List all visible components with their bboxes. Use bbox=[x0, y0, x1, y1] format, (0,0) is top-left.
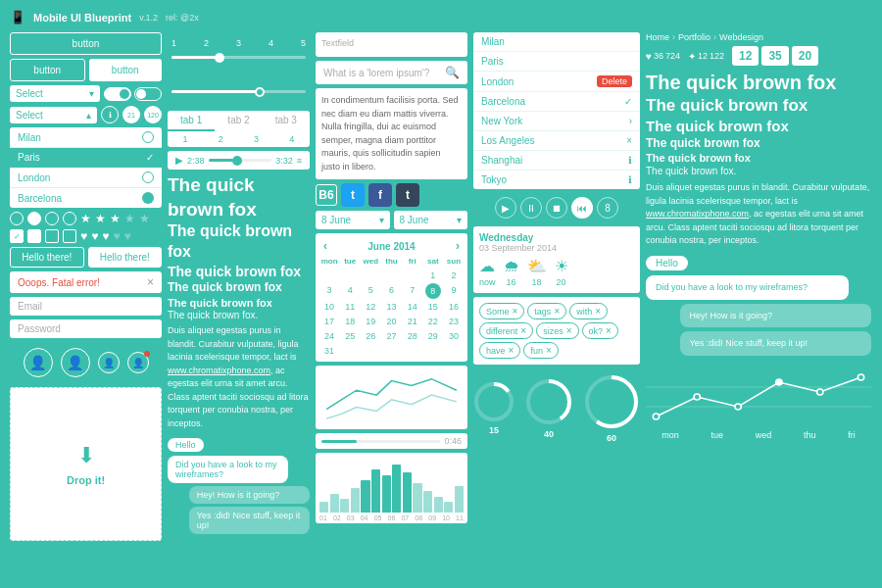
cal-day-22[interactable]: 22 bbox=[423, 315, 443, 328]
breadcrumb-home[interactable]: Home bbox=[646, 32, 669, 42]
cal-day-14[interactable]: 14 bbox=[403, 300, 422, 314]
list-item-barcelona[interactable]: Barcelona bbox=[10, 188, 162, 208]
slider-track-2[interactable] bbox=[172, 90, 306, 93]
heart-3[interactable]: ♥ bbox=[102, 229, 109, 243]
cal-day-17[interactable]: 17 bbox=[319, 315, 339, 328]
breadcrumb-portfolio[interactable]: Portfolio bbox=[678, 32, 710, 42]
info-tokyo[interactable]: ℹ bbox=[628, 174, 632, 185]
delete-btn-london[interactable]: Delete bbox=[597, 75, 632, 87]
cal-next[interactable]: › bbox=[456, 239, 460, 253]
search-field[interactable]: What is a 'lorem ipsum'? 🔍 bbox=[316, 61, 467, 84]
list2-barcelona[interactable]: Barcelona ✓ bbox=[473, 92, 640, 112]
cal-day-30[interactable]: 30 bbox=[444, 329, 464, 343]
tab-1[interactable]: tab 1 bbox=[168, 111, 215, 131]
radio-4[interactable] bbox=[63, 212, 76, 225]
paragraph-link[interactable]: www.chromatixphone.com bbox=[168, 366, 270, 375]
chevron-newyork[interactable]: › bbox=[629, 116, 632, 126]
ctrl-play[interactable]: ▶ bbox=[495, 197, 516, 219]
tag-x-sizes[interactable]: × bbox=[566, 325, 572, 336]
password-field[interactable]: Password bbox=[10, 319, 162, 338]
cal-day-16[interactable]: 16 bbox=[444, 300, 464, 314]
tag-x-ok[interactable]: × bbox=[606, 325, 612, 336]
list2-london[interactable]: London Delete bbox=[473, 72, 640, 92]
cal-day-7[interactable]: 7 bbox=[403, 283, 422, 299]
x-la[interactable]: × bbox=[626, 135, 632, 146]
check-1[interactable]: ✓ bbox=[10, 229, 24, 243]
cal-day-31[interactable]: 31 bbox=[319, 344, 339, 358]
avatar-4[interactable]: 👤 bbox=[127, 352, 149, 373]
list-item-london[interactable]: London bbox=[10, 168, 162, 188]
tag-x-some[interactable]: × bbox=[513, 306, 518, 317]
avatar-3[interactable]: 👤 bbox=[98, 352, 120, 373]
radio-1[interactable] bbox=[10, 212, 24, 225]
list2-tokyo[interactable]: Tokyo ℹ bbox=[473, 171, 640, 189]
slider-track-1[interactable] bbox=[172, 56, 306, 59]
tumblr-icon[interactable]: t bbox=[396, 183, 419, 207]
media-play-icon[interactable]: ▶ bbox=[175, 155, 183, 166]
avatar-2[interactable]: 👤 bbox=[61, 348, 90, 377]
cal-day-26[interactable]: 26 bbox=[361, 329, 380, 343]
tag-fun[interactable]: fun× bbox=[523, 342, 558, 359]
tag-x-tags[interactable]: × bbox=[554, 306, 560, 317]
heart-2[interactable]: ♥ bbox=[91, 229, 98, 243]
cal-day-21[interactable]: 21 bbox=[403, 315, 422, 328]
ctrl-pause[interactable]: ⏸ bbox=[520, 197, 542, 219]
star-5[interactable]: ★ bbox=[139, 212, 150, 225]
cal-day-10[interactable]: 10 bbox=[319, 300, 339, 314]
tag-x-different[interactable]: × bbox=[520, 325, 526, 336]
list2-newyork[interactable]: New York › bbox=[473, 112, 640, 131]
tag-ok[interactable]: ok?× bbox=[582, 322, 618, 339]
cal-prev[interactable]: ‹ bbox=[323, 239, 327, 253]
list2-shanghai[interactable]: Shanghai ℹ bbox=[473, 151, 640, 171]
cal-day-15[interactable]: 15 bbox=[423, 300, 443, 314]
tab-2[interactable]: tab 2 bbox=[215, 111, 262, 131]
date-picker-2[interactable]: 8 June ▾ bbox=[394, 211, 468, 229]
date-picker-1[interactable]: 8 June ▾ bbox=[316, 211, 390, 229]
playlist-icon[interactable]: ≡ bbox=[297, 156, 302, 166]
cal-day-2[interactable]: 2 bbox=[444, 269, 464, 282]
cal-day-8-today[interactable]: 8 bbox=[425, 283, 441, 299]
heart-1[interactable]: ♥ bbox=[80, 229, 87, 243]
drop-zone[interactable]: ⬇ Drop it! bbox=[10, 387, 162, 541]
tag-x-fun[interactable]: × bbox=[546, 345, 552, 356]
tag-different[interactable]: different× bbox=[479, 322, 533, 339]
cal-day-20[interactable]: 20 bbox=[381, 315, 401, 328]
cal-day-19[interactable]: 19 bbox=[361, 315, 380, 328]
cal-day-1[interactable]: 1 bbox=[423, 269, 443, 282]
cal-day-25[interactable]: 25 bbox=[340, 329, 360, 343]
hello-btn-1[interactable]: Hello there! bbox=[10, 247, 84, 268]
cal-day-3[interactable]: 3 bbox=[319, 283, 339, 299]
tag-some[interactable]: Some× bbox=[479, 303, 524, 319]
cal-day-4[interactable]: 4 bbox=[340, 283, 360, 299]
heart-5[interactable]: ♥ bbox=[124, 229, 131, 243]
hello-btn-2[interactable]: Hello there! bbox=[88, 247, 163, 268]
cal-day-12[interactable]: 12 bbox=[361, 300, 380, 314]
cal-day-6[interactable]: 6 bbox=[381, 283, 401, 299]
cal-day-18[interactable]: 18 bbox=[340, 315, 360, 328]
heart-4[interactable]: ♥ bbox=[113, 229, 120, 243]
para-link-col5[interactable]: www.chromatixphone.com bbox=[646, 209, 749, 219]
star-2[interactable]: ★ bbox=[95, 212, 106, 225]
cal-day-28[interactable]: 28 bbox=[403, 329, 422, 343]
ctrl-prev[interactable]: ⏮ bbox=[571, 197, 593, 219]
list-item-paris[interactable]: Paris ✓ bbox=[10, 148, 162, 168]
tag-tags[interactable]: tags× bbox=[527, 303, 566, 319]
tag-x-have[interactable]: × bbox=[509, 345, 514, 356]
tag-with[interactable]: with× bbox=[569, 303, 608, 319]
radio-2[interactable] bbox=[27, 212, 41, 225]
list2-milan[interactable]: Milan bbox=[473, 32, 640, 52]
check-4[interactable] bbox=[63, 229, 76, 243]
check-3[interactable] bbox=[45, 229, 59, 243]
button-2[interactable]: button bbox=[10, 59, 85, 81]
radio-3[interactable] bbox=[45, 212, 59, 225]
ctrl-8[interactable]: 8 bbox=[597, 197, 618, 219]
tab-3[interactable]: tab 3 bbox=[263, 111, 310, 131]
list-item-milan[interactable]: Milan bbox=[10, 127, 162, 148]
bold-icon[interactable]: B6 bbox=[316, 184, 337, 206]
cal-day-23[interactable]: 23 bbox=[444, 315, 464, 328]
select-1[interactable]: Select ▾ bbox=[10, 85, 100, 102]
select-2[interactable]: Select ▴ bbox=[10, 107, 97, 123]
cal-day-29[interactable]: 29 bbox=[423, 329, 443, 343]
media-track[interactable] bbox=[209, 159, 272, 162]
cal-day-11[interactable]: 11 bbox=[340, 300, 360, 314]
